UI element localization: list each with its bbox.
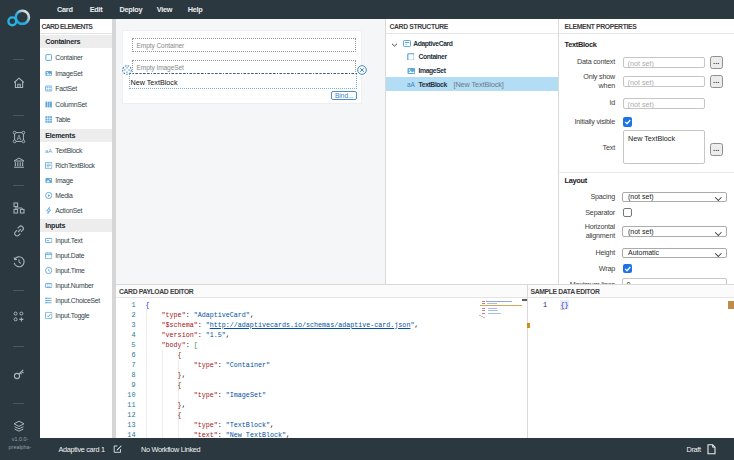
svg-text:12: 12 — [46, 284, 50, 288]
svg-text:A: A — [16, 134, 21, 141]
svg-text:aA: aA — [45, 148, 52, 154]
svg-text:aA: aA — [407, 81, 416, 88]
